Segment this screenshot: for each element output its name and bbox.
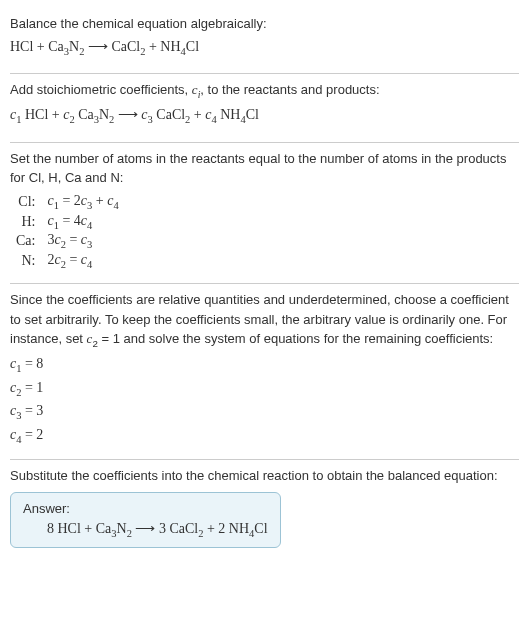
text-part: Add stoichiometric coefficients, xyxy=(10,82,192,97)
arrow-icon: ⟶ xyxy=(84,39,111,54)
coefficient-list: c1 = 8c2 = 1c3 = 3c4 = 2 xyxy=(10,353,519,447)
section-atom-balance: Set the number of atoms in the reactants… xyxy=(10,142,519,283)
balance-table: Cl:c1 = 2c3 + c4H:c1 = 4c4Ca:3c2 = c3N:2… xyxy=(12,192,123,271)
answer-box: Answer: 8 HCl + Ca3N2 ⟶ 3 CaCl2 + 2 NH4C… xyxy=(10,492,281,548)
text-part: = 1 and solve the system of equations fo… xyxy=(98,331,493,346)
eq-part: CaCl xyxy=(153,107,185,122)
coefficient-value: c4 = 2 xyxy=(10,424,519,448)
unbalanced-equation: HCl + Ca3N2 ⟶ CaCl2 + NH4Cl xyxy=(10,36,519,60)
balanced-equation: 8 HCl + Ca3N2 ⟶ 3 CaCl2 + 2 NH4Cl xyxy=(23,520,268,539)
table-row: Ca:3c2 = c3 xyxy=(12,231,123,251)
stoich-equation: c1 HCl + c2 Ca3N2 ⟶ c3 CaCl2 + c4 NH4Cl xyxy=(10,104,519,128)
eq-part: + 2 NH xyxy=(203,521,249,536)
eq-part: CaCl xyxy=(111,39,140,54)
table-row: H:c1 = 4c4 xyxy=(12,212,123,232)
coefficient-value: c2 = 1 xyxy=(10,377,519,401)
table-row: Cl:c1 = 2c3 + c4 xyxy=(12,192,123,212)
balance-equation: 3c2 = c3 xyxy=(43,231,122,251)
eq-part: 8 HCl + Ca xyxy=(47,521,111,536)
answer-intro: Substitute the coefficients into the che… xyxy=(10,466,519,486)
eq-part: Ca xyxy=(75,107,94,122)
arrow-icon: ⟶ xyxy=(114,107,141,122)
eq-part: + NH xyxy=(145,39,180,54)
eq-part: 3 CaCl xyxy=(159,521,198,536)
arrow-icon: ⟶ xyxy=(132,521,159,536)
section-problem: Balance the chemical equation algebraica… xyxy=(10,8,519,73)
solve-text: Since the coefficients are relative quan… xyxy=(10,290,519,351)
balance-equation: 2c2 = c4 xyxy=(43,251,122,271)
balance-equation: c1 = 2c3 + c4 xyxy=(43,192,122,212)
answer-label: Answer: xyxy=(23,501,268,516)
text-part: , to the reactants and products: xyxy=(200,82,379,97)
balance-text: Set the number of atoms in the reactants… xyxy=(10,149,519,188)
element-label: Cl: xyxy=(12,192,43,212)
eq-part: Cl xyxy=(246,107,259,122)
section-answer: Substitute the coefficients into the che… xyxy=(10,459,519,559)
eq-part: NH xyxy=(217,107,241,122)
eq-part: Cl xyxy=(186,39,199,54)
eq-part: Cl xyxy=(254,521,267,536)
section-stoichiometric: Add stoichiometric coefficients, ci, to … xyxy=(10,73,519,142)
eq-part: N xyxy=(99,107,109,122)
coefficient-value: c3 = 3 xyxy=(10,400,519,424)
table-row: N:2c2 = c4 xyxy=(12,251,123,271)
section-solve: Since the coefficients are relative quan… xyxy=(10,283,519,459)
element-label: Ca: xyxy=(12,231,43,251)
eq-part: + xyxy=(190,107,205,122)
eq-part: HCl + Ca xyxy=(10,39,64,54)
eq-part: N xyxy=(117,521,127,536)
problem-text: Balance the chemical equation algebraica… xyxy=(10,14,519,34)
balance-equation: c1 = 4c4 xyxy=(43,212,122,232)
element-label: H: xyxy=(12,212,43,232)
element-label: N: xyxy=(12,251,43,271)
eq-part: HCl + xyxy=(21,107,63,122)
stoich-text: Add stoichiometric coefficients, ci, to … xyxy=(10,80,519,102)
eq-part: N xyxy=(69,39,79,54)
coefficient-value: c1 = 8 xyxy=(10,353,519,377)
